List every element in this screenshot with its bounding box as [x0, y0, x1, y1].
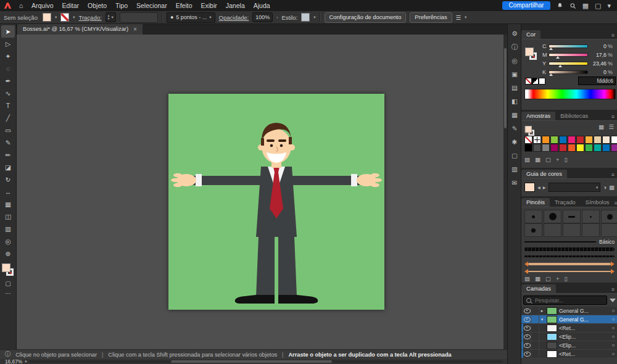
tool-paintbrush[interactable]: ✎: [1, 136, 15, 149]
stroke-weight-stepper[interactable]: ▴▾ ▾: [106, 12, 116, 22]
guide-grid-icon[interactable]: ▦: [609, 184, 615, 191]
asset-export-panel-icon[interactable]: ▤: [511, 84, 518, 91]
color-panel-icon[interactable]: ◧: [511, 97, 518, 105]
layers-search-input[interactable]: [534, 297, 604, 304]
new-brush-icon[interactable]: +: [556, 275, 560, 282]
swatch[interactable]: [585, 136, 593, 144]
tab-guia-de-cores[interactable]: Guia de cores: [521, 170, 567, 178]
character-illustration[interactable]: [168, 94, 384, 310]
cyan-slider[interactable]: [549, 44, 588, 48]
tab-amostras[interactable]: Amostras: [521, 112, 555, 120]
slider-knob[interactable]: [549, 73, 553, 76]
lock-column[interactable]: [531, 315, 539, 323]
close-tab-icon[interactable]: ×: [133, 26, 137, 33]
layer-name[interactable]: <Elip...: [559, 334, 609, 340]
swatch[interactable]: [611, 144, 617, 152]
fill-stroke-indicator[interactable]: [1, 263, 15, 278]
tab-simbolos[interactable]: Símbolos: [581, 198, 615, 207]
style-chevron-icon[interactable]: ▾: [313, 15, 315, 20]
tool-lasso[interactable]: ◌: [1, 62, 15, 75]
target-circle-icon[interactable]: ○: [609, 342, 617, 348]
tool-line[interactable]: ╱: [1, 112, 15, 124]
menu-editar[interactable]: Editar: [58, 0, 83, 11]
yellow-slider[interactable]: [549, 62, 588, 65]
channel-value[interactable]: 0: [590, 43, 607, 49]
visibility-eye-icon[interactable]: [524, 352, 531, 357]
menu-exibir[interactable]: Exibir: [197, 0, 222, 11]
brush-item[interactable]: [544, 223, 561, 237]
swatch[interactable]: [594, 144, 602, 152]
swatch[interactable]: [559, 136, 567, 144]
brush-item[interactable]: [563, 223, 581, 237]
visibility-eye-icon[interactable]: [524, 326, 531, 331]
brush-item[interactable]: [524, 210, 542, 223]
tab-bibliotecas[interactable]: Bibliotecas: [555, 112, 593, 120]
layer-thumbnail[interactable]: [547, 342, 557, 349]
brush-item[interactable]: [524, 223, 542, 237]
new-group-icon[interactable]: ▢: [545, 156, 551, 163]
layer-row[interactable]: <Ret... ○: [521, 324, 617, 333]
brush-kinds-icon[interactable]: ▦: [535, 275, 540, 282]
horizontal-scrollbar[interactable]: [29, 360, 502, 363]
lock-column[interactable]: [531, 324, 539, 332]
magenta-slider[interactable]: [549, 53, 588, 57]
align-chevron-icon[interactable]: ▾: [465, 15, 466, 20]
collapse-arrow-icon[interactable]: ▾: [539, 317, 545, 322]
tool-direct-selection[interactable]: ▷: [1, 38, 15, 50]
menu-arquivo[interactable]: Arquivo: [27, 0, 58, 11]
libraries-panel-icon[interactable]: ▥: [511, 165, 518, 173]
swatch[interactable]: [542, 144, 550, 152]
brush-group-icon[interactable]: ▢: [545, 275, 551, 282]
stroke-color-swatch[interactable]: [60, 13, 69, 22]
fill-color-swatch[interactable]: [43, 13, 51, 22]
brush-libraries-icon[interactable]: ▤: [524, 275, 530, 282]
brush-charcoal-thin-row[interactable]: [524, 253, 615, 260]
layer-row[interactable]: <Elip... ○: [521, 333, 617, 341]
swatch-libraries-icon[interactable]: ▤: [524, 156, 530, 163]
workspace-chevron-icon[interactable]: ▾: [607, 2, 611, 10]
lock-column[interactable]: [531, 350, 539, 358]
align-icon[interactable]: ☰: [456, 14, 462, 21]
lock-column[interactable]: [531, 333, 539, 341]
preferences-button[interactable]: Preferências: [410, 12, 452, 23]
channel-value[interactable]: 17,6: [590, 52, 607, 58]
swatch-view-icon[interactable]: ▦: [598, 123, 604, 130]
swatch[interactable]: [602, 144, 610, 152]
comments-panel-icon[interactable]: ✉: [512, 179, 518, 186]
layer-thumbnail[interactable]: [547, 350, 557, 358]
harmony-rules-dropdown[interactable]: ▾: [549, 183, 601, 192]
layer-row[interactable]: <Ret... ○: [521, 350, 617, 358]
tool-pen[interactable]: ✒: [1, 75, 15, 87]
black-slider[interactable]: [549, 70, 588, 74]
artboard[interactable]: [168, 94, 384, 310]
horizontal-scrollbar-thumb[interactable]: [171, 360, 332, 363]
fill-indicator[interactable]: [525, 48, 534, 56]
brush-basic-row[interactable]: Básico: [524, 238, 615, 245]
swatch[interactable]: [542, 136, 550, 144]
new-swatch-icon[interactable]: +: [556, 156, 560, 163]
slider-knob[interactable]: [558, 65, 562, 67]
menu-selecionar[interactable]: Selecionar: [132, 0, 172, 11]
swatch-registration[interactable]: [533, 136, 541, 144]
brush-artistic-thin-row[interactable]: [524, 268, 615, 275]
delete-brush-icon[interactable]: ▯: [565, 275, 568, 282]
tab-cor[interactable]: Cor: [521, 30, 540, 39]
brush-definition-dropdown[interactable]: ● 5 pontos - ... ▾: [167, 12, 215, 23]
expand-arrow-icon[interactable]: ▸: [539, 308, 545, 313]
lock-column[interactable]: [531, 341, 539, 349]
swatch[interactable]: [585, 144, 593, 152]
swatch[interactable]: [550, 136, 558, 144]
tool-free-transform[interactable]: ▦: [1, 198, 15, 210]
visibility-eye-icon[interactable]: [524, 317, 531, 322]
prev-variation-icon[interactable]: ◂: [537, 184, 540, 191]
panel-menu-icon[interactable]: ≡: [615, 199, 617, 207]
swatch-kinds-icon[interactable]: ▦: [535, 156, 540, 163]
symbols-panel-icon[interactable]: ✱: [512, 138, 518, 146]
tab-pinceis[interactable]: Pincéis: [521, 198, 550, 207]
draw-mode-icon[interactable]: ▢: [1, 279, 15, 289]
channel-value[interactable]: 0: [590, 69, 607, 75]
document-setup-button[interactable]: Configuração de documento: [325, 12, 407, 23]
layer-name[interactable]: General G...: [559, 316, 609, 323]
opacity-field[interactable]: 100%: [252, 12, 273, 22]
zoom-level-field[interactable]: 16,67%: [5, 358, 22, 364]
